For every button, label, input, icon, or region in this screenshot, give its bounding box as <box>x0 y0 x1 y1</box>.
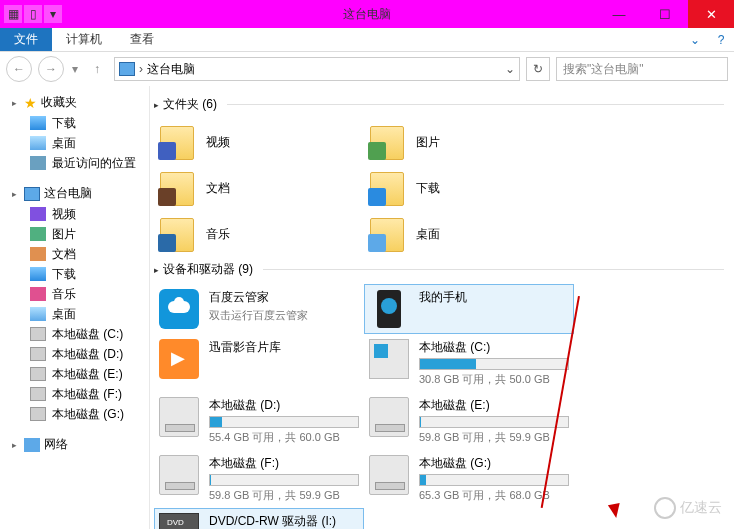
usage-bar <box>209 474 359 486</box>
drive-icon <box>369 455 409 495</box>
sidebar-item-downloads[interactable]: 下载 <box>0 113 149 133</box>
folder-pictures[interactable]: 图片 <box>364 119 574 165</box>
address-bar[interactable]: › 这台电脑 ⌄ <box>114 57 520 81</box>
sidebar-group-favorites[interactable]: ▸ ★ 收藏夹 <box>0 92 149 113</box>
usage-bar <box>209 416 359 428</box>
network-icon <box>24 438 40 452</box>
history-dropdown-icon[interactable]: ▾ <box>70 62 80 76</box>
window-title: 这台电脑 <box>343 6 391 23</box>
device-item[interactable]: 百度云管家双击运行百度云管家 <box>154 284 364 334</box>
sidebar-group-network[interactable]: ▸ 网络 <box>0 434 149 455</box>
sidebar-item-videos[interactable]: 视频 <box>0 204 149 224</box>
sidebar-label: 网络 <box>44 436 68 453</box>
device-item[interactable]: 本地磁盘 (F:)59.8 GB 可用，共 59.9 GB <box>154 450 364 508</box>
sidebar-item-desktop[interactable]: 桌面 <box>0 304 149 324</box>
folder-downloads[interactable]: 下载 <box>364 165 574 211</box>
document-icon <box>30 247 46 261</box>
drive-icon <box>159 455 199 495</box>
section-header-devices[interactable]: ▸ 设备和驱动器 (9) <box>154 261 724 278</box>
chevron-down-icon[interactable]: ⌄ <box>505 62 515 76</box>
picture-icon <box>368 142 386 160</box>
collapse-icon: ▸ <box>12 189 20 199</box>
close-button[interactable]: ✕ <box>688 0 734 28</box>
sidebar-item-drive-c[interactable]: 本地磁盘 (C:) <box>0 324 149 344</box>
cloud-icon <box>159 289 199 329</box>
ribbon-tabs: 文件 计算机 查看 ⌄ ? <box>0 28 734 52</box>
video-icon <box>30 207 46 221</box>
sidebar-item-drive-g[interactable]: 本地磁盘 (G:) <box>0 404 149 424</box>
computer-icon <box>119 62 135 76</box>
section-title: 文件夹 (6) <box>163 96 217 113</box>
device-item[interactable]: 本地磁盘 (D:)55.4 GB 可用，共 60.0 GB <box>154 392 364 450</box>
music-icon <box>30 287 46 301</box>
up-button[interactable]: ↑ <box>86 58 108 80</box>
qat-icon[interactable]: ▯ <box>24 5 42 23</box>
titlebar: ▦ ▯ ▾ 这台电脑 — ☐ ✕ <box>0 0 734 28</box>
device-item[interactable]: 我的手机 <box>364 284 574 334</box>
back-button[interactable]: ← <box>6 56 32 82</box>
qat-icon[interactable]: ▾ <box>44 5 62 23</box>
folder-desktop[interactable]: 桌面 <box>364 211 574 257</box>
sidebar-item-music[interactable]: 音乐 <box>0 284 149 304</box>
document-icon <box>158 188 176 206</box>
folder-music[interactable]: 音乐 <box>154 211 364 257</box>
search-input[interactable]: 搜索"这台电脑" <box>556 57 728 81</box>
drive-icon <box>30 327 46 341</box>
watermark: 亿速云 <box>654 497 722 519</box>
collapse-icon: ▸ <box>154 265 159 275</box>
device-item[interactable]: 本地磁盘 (C:)30.8 GB 可用，共 50.0 GB <box>364 334 574 392</box>
folder-documents[interactable]: 文档 <box>154 165 364 211</box>
chevron-right-icon: › <box>139 62 143 76</box>
recent-icon <box>30 156 46 170</box>
help-icon[interactable]: ? <box>708 28 734 51</box>
section-title: 设备和驱动器 (9) <box>163 261 253 278</box>
watermark-icon <box>654 497 676 519</box>
sidebar-label: 这台电脑 <box>44 185 92 202</box>
navigation-tree: ▸ ★ 收藏夹 下载 桌面 最近访问的位置 ▸ 这台电脑 视频 图片 文档 下载… <box>0 86 150 529</box>
sidebar-item-downloads[interactable]: 下载 <box>0 264 149 284</box>
collapse-icon: ▸ <box>12 98 20 108</box>
section-header-folders[interactable]: ▸ 文件夹 (6) <box>154 96 724 113</box>
sidebar-item-documents[interactable]: 文档 <box>0 244 149 264</box>
qat-icon[interactable]: ▦ <box>4 5 22 23</box>
sidebar-item-drive-f[interactable]: 本地磁盘 (F:) <box>0 384 149 404</box>
forward-button[interactable]: → <box>38 56 64 82</box>
desktop-icon <box>30 136 46 150</box>
tab-computer[interactable]: 计算机 <box>52 28 116 51</box>
picture-icon <box>30 227 46 241</box>
sidebar-group-thispc[interactable]: ▸ 这台电脑 <box>0 183 149 204</box>
sidebar-item-drive-e[interactable]: 本地磁盘 (E:) <box>0 364 149 384</box>
video-icon <box>158 142 176 160</box>
device-item[interactable]: 迅雷影音片库 <box>154 334 364 392</box>
refresh-button[interactable]: ↻ <box>526 57 550 81</box>
music-icon <box>158 234 176 252</box>
search-placeholder: 搜索"这台电脑" <box>563 61 644 78</box>
sidebar-item-desktop[interactable]: 桌面 <box>0 133 149 153</box>
dvd-icon <box>159 513 199 529</box>
sidebar-label: 收藏夹 <box>41 94 77 111</box>
computer-icon <box>24 187 40 201</box>
usage-bar <box>419 416 569 428</box>
expand-ribbon-icon[interactable]: ⌄ <box>682 28 708 51</box>
tab-view[interactable]: 查看 <box>116 28 168 51</box>
maximize-button[interactable]: ☐ <box>642 0 688 28</box>
folder-videos[interactable]: 视频 <box>154 119 364 165</box>
sidebar-item-recent[interactable]: 最近访问的位置 <box>0 153 149 173</box>
sidebar-item-pictures[interactable]: 图片 <box>0 224 149 244</box>
address-path: 这台电脑 <box>147 61 195 78</box>
desktop-icon <box>30 307 46 321</box>
drive-icon <box>30 347 46 361</box>
collapse-icon: ▸ <box>12 440 20 450</box>
download-icon <box>368 188 386 206</box>
drive-icon <box>159 397 199 437</box>
drive-icon <box>30 367 46 381</box>
sidebar-item-drive-d[interactable]: 本地磁盘 (D:) <box>0 344 149 364</box>
device-item[interactable]: DVD/CD-RW 驱动器 (I:) <box>154 508 364 529</box>
drive-icon <box>30 407 46 421</box>
minimize-button[interactable]: — <box>596 0 642 28</box>
device-item[interactable]: 本地磁盘 (E:)59.8 GB 可用，共 59.9 GB <box>364 392 574 450</box>
star-icon: ★ <box>24 95 37 111</box>
navigation-bar: ← → ▾ ↑ › 这台电脑 ⌄ ↻ 搜索"这台电脑" <box>0 52 734 86</box>
file-tab[interactable]: 文件 <box>0 28 52 51</box>
collapse-icon: ▸ <box>154 100 159 110</box>
